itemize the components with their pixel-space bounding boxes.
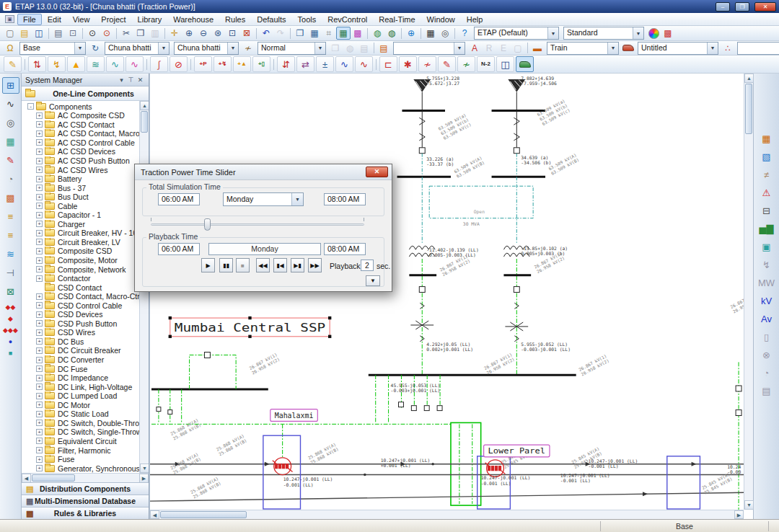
minimize-button[interactable]: ‒	[716, 2, 730, 12]
mw-display-button[interactable]: MW	[757, 275, 776, 291]
layers-button[interactable]: ≋	[2, 246, 19, 262]
palette-button[interactable]: ▩	[661, 27, 675, 40]
report-manager-button[interactable]: ▦	[307, 27, 322, 40]
dial-button[interactable]: ◔	[2, 171, 19, 187]
tree-item-dc-converter[interactable]: +DC Converter	[22, 355, 139, 365]
reliability-button[interactable]: ±	[316, 56, 334, 72]
expand-icon[interactable]: +	[36, 148, 43, 155]
gauge-panel-button[interactable]: ◎	[2, 115, 19, 131]
find-button[interactable]: ◎	[438, 27, 452, 40]
tree-item-dc-static-load[interactable]: +DC Static Load	[22, 409, 139, 419]
node-square-button[interactable]: ■	[2, 348, 19, 358]
star-protection-button[interactable]: ⊘	[170, 56, 188, 72]
tree-item-dc-switch-double-throw[interactable]: +DC Switch, Double-Throw	[22, 419, 139, 428]
scroll-up-icon[interactable]: ▲	[140, 101, 149, 110]
train-globe-button[interactable]	[757, 94, 776, 110]
dialog-close-button[interactable]: ✕	[366, 167, 388, 177]
gray-copy-button[interactable]: ❐	[328, 42, 343, 55]
new-button[interactable]: ▢	[3, 27, 17, 40]
menu-defaults[interactable]: Defaults	[251, 14, 291, 25]
tree-item-csd-control-cable[interactable]: +CSD Control Cable	[22, 301, 139, 310]
zoom-fit-button[interactable]: ⊠	[239, 27, 254, 40]
tree-item-charger[interactable]: +Charger	[22, 220, 139, 229]
menu-revcontrol[interactable]: RevControl	[322, 14, 373, 25]
expand-icon[interactable]: +	[36, 393, 43, 399]
power-station-b-button[interactable]: ◍	[384, 27, 399, 40]
tree-item-ac-csd-wires[interactable]: +AC CSD Wires	[22, 165, 139, 174]
tree-item-composite-csd[interactable]: +Composite CSD	[22, 247, 139, 256]
feeder-branch-1[interactable]	[397, 110, 451, 375]
lock-button[interactable]: Ω	[3, 42, 17, 55]
tab-multi-dimensional-database[interactable]: ▦ Multi-Dimensional Database	[22, 495, 149, 507]
scroll-down-icon[interactable]: ▼	[744, 500, 754, 510]
feeder-branch-2[interactable]	[492, 110, 545, 375]
zoom-out-button[interactable]: ⊖	[196, 27, 211, 40]
star-auto-button[interactable]: ✱	[399, 56, 417, 72]
tree-item-ac-csd-push-button[interactable]: +AC CSD Push Button	[22, 156, 139, 166]
expand-icon[interactable]: +	[36, 347, 43, 354]
marker-red-button[interactable]: ◆	[2, 314, 19, 323]
dc-arc-flash-button[interactable]: +▲	[233, 56, 251, 72]
display-mode-combo[interactable]: Standard▼	[563, 27, 644, 40]
gray-view-button[interactable]: ◍	[343, 42, 357, 55]
grid-button[interactable]: ⌗	[322, 27, 336, 40]
total-end-time-field[interactable]: 08:00 AM	[324, 193, 366, 205]
scroll-left-icon[interactable]: ◀	[150, 510, 159, 519]
menu-edit[interactable]: Edit	[42, 14, 67, 25]
time-slider-thumb[interactable]	[204, 218, 211, 231]
wave-blue-button[interactable]: ∿	[335, 56, 353, 72]
mahalaxmi-label[interactable]: Mahalaxmi	[270, 409, 318, 422]
gray-sheet-button[interactable]: ▤	[357, 42, 371, 55]
composite-network-1[interactable]	[263, 435, 301, 509]
help-button[interactable]: ?	[457, 27, 472, 40]
selection-handle[interactable]	[169, 316, 172, 319]
short-circuit-button[interactable]: ↯	[48, 56, 66, 72]
tree-item-ac-csd-control-cable[interactable]: +AC CSD Control Cable	[22, 138, 139, 148]
tree-item-csd-contact-macro-ctrl[interactable]: +CSD Contact, Macro-Ctrl	[22, 292, 139, 301]
x-circle-button[interactable]: ⊗	[757, 347, 776, 363]
menu-window[interactable]: Window	[421, 14, 461, 25]
one-line-canvas[interactable]: 5.755+j3.228-5.672-j3.277.882+j4.639-7.9…	[149, 74, 753, 519]
total-day-combo[interactable]: Monday ▼	[223, 192, 304, 206]
expand-icon[interactable]: +	[36, 420, 43, 426]
presentation-combo[interactable]: Chuna bhatti▼	[105, 42, 170, 55]
tree-item-csd-wires[interactable]: +CSD Wires	[22, 328, 139, 337]
expand-icon[interactable]: +	[36, 194, 43, 200]
arc-flash-button[interactable]: ▲	[67, 56, 85, 72]
tree-item-contactor[interactable]: +Contactor	[22, 274, 139, 283]
tree-item-bus-duct[interactable]: +Bus Duct	[22, 192, 139, 202]
expand-icon[interactable]: +	[36, 257, 43, 264]
selection-handle[interactable]	[248, 335, 251, 338]
redo-button[interactable]: ↷	[273, 27, 288, 40]
text-tool-button[interactable]: ▤	[377, 42, 391, 55]
expand-icon[interactable]: +	[36, 438, 43, 444]
pen-red-button[interactable]: ✎	[438, 56, 456, 72]
expand-icon[interactable]: +	[36, 185, 43, 191]
tab-rules-libraries[interactable]: ▩ Rules & Libraries	[22, 507, 149, 519]
playback-end-time-field[interactable]: 08:00 AM	[324, 243, 366, 255]
tree-item-csd-devices[interactable]: +CSD Devices	[22, 310, 139, 319]
lower-parel-label[interactable]: Lower Parel	[484, 445, 550, 457]
panel-menu-icon[interactable]: ▾	[117, 76, 126, 84]
tree-item-dc-lumped-load[interactable]: +DC Lumped Load	[22, 391, 139, 401]
menu-view[interactable]: View	[67, 14, 96, 25]
battery-sizing-button[interactable]: +▯	[252, 56, 270, 72]
expand-icon[interactable]: +	[36, 212, 43, 218]
switch-green-button[interactable]: ≁	[457, 56, 475, 72]
theme-combo[interactable]: ETAP (Default)▼	[474, 27, 559, 40]
tree-item-csd-push-button[interactable]: +CSD Push Button	[22, 319, 139, 329]
expand-icon[interactable]: +	[36, 456, 43, 463]
kv-display-button[interactable]: kV	[757, 293, 776, 309]
menu-file[interactable]: File	[17, 14, 42, 25]
close-button[interactable]: ✕	[754, 2, 776, 12]
tree-item-circuit-breaker-lv[interactable]: +Circuit Breaker, LV	[22, 238, 139, 247]
playback-interval-field[interactable]: 2	[361, 260, 374, 271]
tree-item-ac-csd-contact-macro-ctrl[interactable]: +AC CSD Contact, Macro-Ctrl	[22, 129, 139, 138]
cable-ampacity-button[interactable]: ∫	[150, 56, 168, 72]
dialog-expander-button[interactable]: ▼	[366, 275, 380, 286]
expand-icon[interactable]: +	[36, 357, 43, 363]
scenario-button[interactable]: ∴	[721, 42, 735, 55]
panel-close-icon[interactable]: ✕	[136, 76, 145, 84]
doc-gray-button[interactable]: ▤	[757, 383, 776, 399]
calculator-button[interactable]: ▦	[423, 27, 438, 40]
